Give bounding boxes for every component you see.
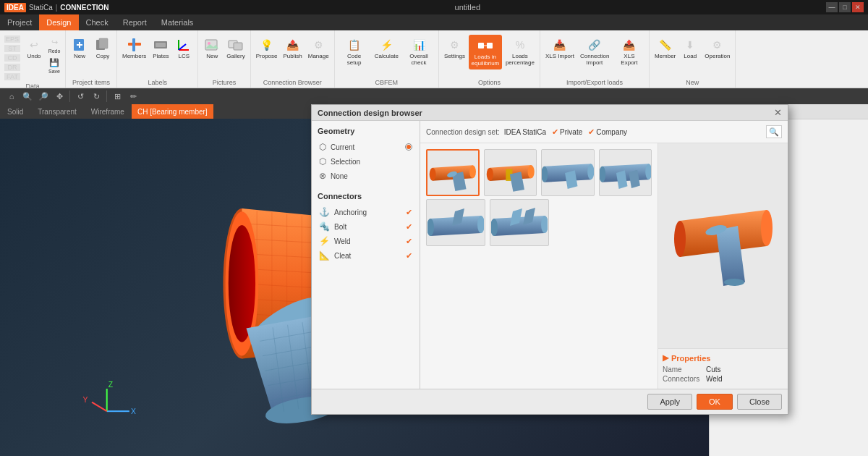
- svg-rect-4: [99, 38, 108, 48]
- btn-zoom-fit[interactable]: 🔍: [20, 90, 35, 103]
- filter-bolt-label: Bolt: [334, 223, 346, 231]
- btn-zoom[interactable]: 🔎: [36, 90, 51, 103]
- menu-report[interactable]: Report: [116, 14, 154, 30]
- filter-current-radio[interactable]: [405, 143, 412, 151]
- btn-dr[interactable]: DR: [3, 63, 22, 72]
- menu-materials[interactable]: Materials: [154, 14, 201, 30]
- menu-design[interactable]: Design: [39, 14, 78, 30]
- filter-none[interactable]: ⊗ None: [318, 169, 414, 183]
- btn-eps[interactable]: EPS: [3, 35, 22, 43]
- filter-weld[interactable]: ⚡ Weld ✔: [318, 234, 414, 248]
- thumbnail-4[interactable]: [599, 149, 652, 196]
- filter-anchoring[interactable]: ⚓ Anchoring ✔: [318, 205, 414, 219]
- maximize-button[interactable]: □: [839, 2, 851, 12]
- weld-check: ✔: [406, 237, 412, 246]
- properties-section: ▶ Properties Name Cuts Connectors Weld: [658, 348, 788, 389]
- minimize-button[interactable]: —: [826, 2, 838, 12]
- btn-overall-check[interactable]: 📊 Overall check: [402, 35, 435, 68]
- svg-point-67: [469, 165, 476, 178]
- btn-operation[interactable]: ⚙ Operation: [702, 35, 732, 62]
- cleat-icon: 📐: [319, 250, 330, 261]
- btn-gallery[interactable]: Gallery: [224, 35, 247, 62]
- tab-transparent[interactable]: Transparent: [30, 104, 84, 119]
- prop-connectors-row: Connectors Weld: [663, 375, 783, 383]
- module-name: CONNECTION: [60, 4, 109, 12]
- thumbnail-1[interactable]: [426, 149, 480, 196]
- dialog-content: ▶ Properties Name Cuts Connectors Weld: [420, 143, 788, 389]
- btn-connection-import[interactable]: 🔗 Connection Import: [578, 35, 611, 68]
- btn-fat[interactable]: FAT: [3, 72, 22, 81]
- menu-project[interactable]: Project: [0, 14, 39, 30]
- btn-close[interactable]: Close: [737, 394, 782, 410]
- btn-lcs[interactable]: LCS: [173, 35, 195, 62]
- btn-home[interactable]: ⌂: [4, 90, 19, 103]
- thumbnail-3[interactable]: [541, 149, 594, 196]
- btn-manage[interactable]: ⚙ Manage: [306, 35, 331, 62]
- btn-rotate-left[interactable]: ↺: [73, 90, 88, 103]
- btn-st[interactable]: ST: [3, 44, 22, 53]
- btn-copy-item[interactable]: Copy: [92, 35, 114, 62]
- btn-grid[interactable]: ⊞: [110, 90, 124, 103]
- tab-solid[interactable]: Solid: [0, 104, 30, 119]
- ribbon-group-project: New Copy Project items: [66, 30, 117, 88]
- btn-publish[interactable]: 📤 Publish: [281, 35, 304, 62]
- ribbon-group-labels: Members Plates: [117, 30, 198, 88]
- thumbnail-row-2: [426, 199, 652, 246]
- menu-check[interactable]: Check: [79, 14, 116, 30]
- btn-loads-percentage[interactable]: % Loads percentage: [503, 35, 537, 68]
- thumbnail-6[interactable]: [490, 199, 549, 246]
- btn-load[interactable]: ⬇ Load: [679, 35, 701, 62]
- tab-ch-bearing[interactable]: CH [Bearing member]: [132, 104, 213, 119]
- toolbar-divider-2: [106, 90, 107, 102]
- btn-new-item[interactable]: New: [69, 35, 90, 62]
- window-controls: — □ ✕: [826, 2, 864, 12]
- thumbnail-2[interactable]: [484, 149, 537, 196]
- btn-loads-equilibrium[interactable]: Loads in equilibrium: [469, 35, 502, 69]
- svg-marker-78: [565, 170, 577, 189]
- btn-new-picture[interactable]: New: [201, 35, 223, 62]
- thumbnail-5[interactable]: [426, 199, 485, 246]
- btn-xls-import[interactable]: 📥 XLS Import: [543, 35, 576, 62]
- ribbon-group-new: 📏 Member ⬇ Load ⚙ Operation New: [650, 30, 736, 88]
- btn-save[interactable]: 💾 Save: [46, 55, 62, 75]
- btn-apply[interactable]: Apply: [647, 394, 692, 410]
- preview-3d: [658, 143, 788, 348]
- filter-current-label: Current: [331, 143, 354, 151]
- svg-point-76: [542, 166, 548, 182]
- btn-undo[interactable]: ↩ Undo: [23, 35, 45, 62]
- svg-rect-15: [234, 43, 242, 50]
- svg-point-90: [541, 216, 548, 233]
- btn-ok[interactable]: OK: [697, 394, 733, 410]
- logo-idea: IDEA: [4, 3, 26, 12]
- dialog-filters: Geometry ⬡ Current ⬡ Selection ⊗: [312, 121, 420, 389]
- menu-bar: Project Design Check Report Materials: [0, 14, 868, 30]
- tab-wireframe[interactable]: Wireframe: [84, 104, 132, 119]
- btn-members[interactable]: Members: [120, 35, 148, 62]
- filter-bolt[interactable]: 🔩 Bolt ✔: [318, 219, 414, 234]
- btn-redo[interactable]: ↪ Redo: [46, 35, 62, 54]
- filter-current[interactable]: ⬡ Current: [318, 140, 414, 154]
- btn-xls-export[interactable]: 📤 XLS Export: [613, 35, 646, 68]
- btn-draw[interactable]: ✏: [126, 90, 140, 103]
- btn-propose[interactable]: 💡 Propose: [254, 35, 280, 62]
- btn-cd[interactable]: CD: [3, 54, 22, 62]
- close-button[interactable]: ✕: [852, 2, 864, 12]
- search-box[interactable]: 🔍: [766, 125, 782, 138]
- btn-code-setup[interactable]: 📋 Code setup: [338, 35, 371, 68]
- dialog-title: Connection design browser: [318, 109, 422, 117]
- btn-rotate-right[interactable]: ↻: [89, 90, 103, 103]
- toolbar-divider: [69, 90, 70, 102]
- filter-cleat[interactable]: 📐 Cleat ✔: [318, 248, 414, 263]
- btn-plates[interactable]: Plates: [150, 35, 171, 62]
- btn-pan[interactable]: ✥: [52, 90, 67, 103]
- window-title: untitled: [109, 3, 826, 12]
- btn-member[interactable]: 📏 Member: [652, 35, 678, 62]
- filter-selection[interactable]: ⬡ Selection: [318, 154, 414, 169]
- title-bar: IDEA StatiCa | CONNECTION untitled — □ ✕: [0, 0, 868, 14]
- svg-point-94: [674, 221, 686, 257]
- btn-settings[interactable]: ⚙ Settings: [442, 35, 467, 62]
- btn-calculate[interactable]: ⚡ Calculate: [373, 35, 401, 62]
- bolt-icon: 🔩: [319, 221, 330, 232]
- dialog-close-button[interactable]: ✕: [774, 108, 782, 117]
- connection-design-browser-dialog[interactable]: Connection design browser ✕ Geometry ⬡ C…: [311, 104, 788, 415]
